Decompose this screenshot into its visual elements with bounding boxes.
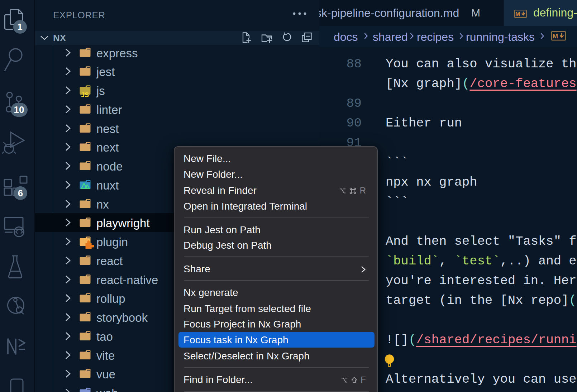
svg-text:M: M <box>553 32 558 40</box>
svg-text:M: M <box>515 11 520 17</box>
svg-text:JS: JS <box>81 91 89 97</box>
